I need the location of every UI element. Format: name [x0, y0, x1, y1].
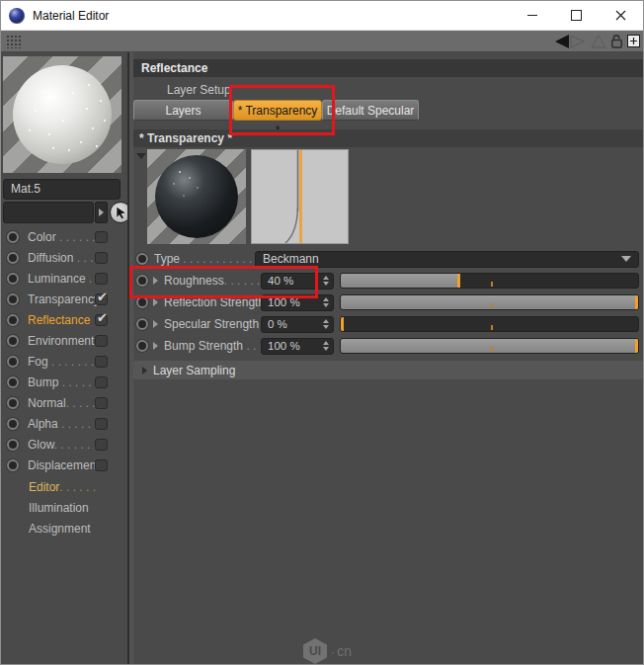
title-bar: Material Editor — [1, 1, 643, 31]
expander-icon[interactable] — [153, 277, 158, 285]
history-forward-icon[interactable] — [569, 35, 587, 48]
roughness-slider[interactable] — [340, 273, 639, 289]
chevron-right-icon — [99, 208, 104, 216]
radio-icon — [7, 231, 19, 243]
bump-strength-value-field[interactable]: 100 % — [261, 338, 334, 355]
reflectance-panel: Reflectance Layer Setup Layers * Transpa… — [133, 52, 643, 664]
drag-grip-icon[interactable] — [6, 35, 22, 48]
sidebar-item-transparency[interactable]: Transparency ✔ — [1, 289, 127, 309]
preview-preset-row — [3, 202, 127, 223]
sidebar-extra-pages: Editor . . . . . . Illumination Assignme… — [1, 476, 127, 539]
slider-handle[interactable] — [341, 317, 344, 331]
distribution-curve-preview[interactable] — [251, 149, 349, 244]
channel-checkbox[interactable]: ✔ — [95, 314, 108, 326]
channel-checkbox[interactable] — [95, 252, 108, 264]
stepper-icon[interactable] — [323, 341, 333, 351]
close-button[interactable] — [599, 1, 643, 30]
channel-checkbox[interactable] — [95, 418, 108, 430]
chevron-right-icon — [142, 367, 147, 374]
specular-strength-row: Specular Strength 0 % — [133, 315, 643, 333]
type-dropdown[interactable]: Beckmann — [255, 251, 639, 268]
material-sidebar: Mat.5 Color . . . . . . . Diffusion . . … — [1, 52, 127, 664]
sidebar-item-editor[interactable]: Editor . . . . . . — [1, 476, 127, 497]
sidebar-item-fog[interactable]: Fog . . . . . . . . . — [1, 351, 127, 372]
sidebar-item-luminance[interactable]: Luminance . . — [1, 268, 127, 289]
maximize-button[interactable] — [554, 1, 599, 30]
channel-checkbox[interactable] — [95, 273, 108, 285]
sidebar-item-illumination[interactable]: Illumination — [1, 497, 127, 518]
layer-title: * Transparency * — [133, 129, 643, 147]
reflection-strength-row: Reflection Strength 100 % — [133, 293, 643, 311]
roughness-value-field[interactable]: 40 % — [261, 273, 334, 290]
channel-checkbox[interactable]: ✔ — [95, 293, 108, 305]
radio-icon — [136, 340, 148, 352]
sidebar-item-alpha[interactable]: Alpha . . . . . . . — [1, 413, 127, 434]
reflection-strength-value-field[interactable]: 100 % — [261, 294, 334, 311]
material-sphere-icon — [9, 8, 25, 24]
slider-handle[interactable] — [635, 295, 638, 309]
sidebar-item-color[interactable]: Color . . . . . . . — [1, 226, 127, 247]
watermark: UI · cn — [303, 638, 352, 664]
window-title: Material Editor — [33, 9, 109, 23]
material-preview[interactable] — [3, 56, 121, 173]
sidebar-item-environment[interactable]: Environment — [1, 330, 127, 351]
radio-icon — [136, 275, 148, 287]
sidebar-item-assignment[interactable]: Assignment — [1, 518, 127, 539]
material-editor-window: Material Editor — [0, 0, 644, 665]
radio-icon — [7, 252, 19, 264]
preset-input[interactable] — [3, 202, 94, 223]
bump-strength-row: Bump Strength . . . 100 % — [133, 337, 643, 355]
slider-handle[interactable] — [635, 339, 638, 353]
material-name-input[interactable]: Mat.5 — [3, 179, 121, 200]
type-row: Type . . . . . . . . . . . . . . Beckman… — [133, 250, 643, 268]
roughness-row: Roughness. . . . . . . 40 % — [133, 272, 643, 290]
tab-transparency[interactable]: * Transparency * — [233, 100, 322, 121]
minimize-icon — [527, 15, 537, 16]
apply-triangle-icon[interactable] — [591, 35, 606, 48]
radio-icon — [136, 318, 148, 330]
bump-strength-slider[interactable] — [340, 338, 639, 354]
expander-icon[interactable] — [153, 320, 158, 328]
sidebar-item-glow[interactable]: Glow. . . . . . . . — [1, 434, 127, 455]
layer-preview-sphere[interactable] — [147, 149, 246, 244]
channel-checkbox[interactable] — [95, 356, 108, 368]
sidebar-item-displacement[interactable]: Displacement — [1, 455, 127, 475]
sidebar-item-normal[interactable]: Normal. . . . . . — [1, 392, 127, 413]
layer-setup-label: Layer Setup — [167, 83, 231, 97]
sidebar-item-diffusion[interactable]: Diffusion . . . . — [1, 247, 127, 268]
chevron-down-icon — [621, 256, 631, 262]
radio-icon — [7, 293, 19, 305]
stepper-icon[interactable] — [323, 319, 333, 329]
channel-checkbox[interactable] — [95, 397, 108, 409]
expander-icon[interactable] — [153, 298, 158, 306]
minimize-button[interactable] — [510, 1, 554, 30]
reflection-strength-slider[interactable] — [340, 294, 639, 310]
channel-checkbox[interactable] — [95, 335, 108, 347]
channel-checkbox[interactable] — [95, 376, 108, 388]
radio-icon — [7, 356, 19, 368]
tab-layers[interactable]: Layers — [133, 100, 233, 121]
radio-icon — [7, 459, 19, 471]
sidebar-item-bump[interactable]: Bump . . . . . . . — [1, 372, 127, 392]
slider-handle[interactable] — [457, 274, 460, 288]
radio-icon — [7, 418, 19, 430]
lock-icon[interactable] — [610, 34, 623, 48]
sidebar-item-reflectance[interactable]: Reflectance ✔ — [1, 309, 127, 330]
stepper-icon[interactable] — [323, 276, 333, 286]
specular-strength-value-field[interactable]: 0 % — [261, 316, 334, 333]
radio-icon — [136, 296, 148, 308]
tab-default-specular[interactable]: Default Specular — [322, 100, 419, 121]
expander-icon[interactable] — [153, 342, 158, 350]
radio-icon — [136, 253, 148, 265]
layer-sampling-header[interactable]: Layer Sampling — [133, 361, 643, 379]
hexagon-logo-icon: UI — [303, 638, 327, 664]
collapse-arrow-icon[interactable] — [136, 153, 146, 159]
channel-checkbox[interactable] — [95, 439, 108, 451]
specular-strength-slider[interactable] — [340, 316, 639, 332]
add-panel-icon[interactable] — [627, 35, 640, 47]
channel-checkbox[interactable] — [95, 459, 108, 471]
brdf-curve — [252, 150, 348, 243]
channel-checkbox[interactable] — [95, 231, 108, 243]
stepper-icon[interactable] — [323, 297, 333, 307]
preset-expand-button[interactable] — [95, 202, 108, 223]
